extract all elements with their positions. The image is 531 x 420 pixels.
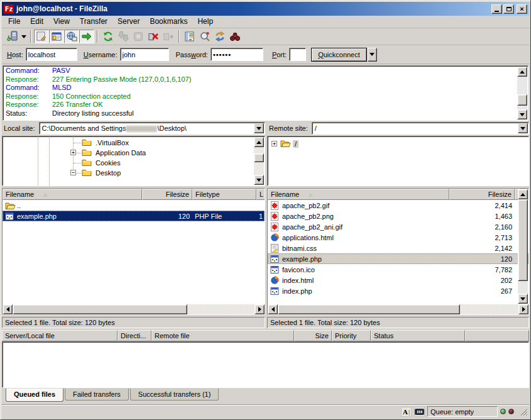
combo-dropdown-icon[interactable] <box>254 123 264 133</box>
tree-item[interactable]: / <box>280 139 298 149</box>
file-row[interactable]: bitnami.css2,142 <box>268 243 528 253</box>
tree-scrollbar-thumb[interactable] <box>254 153 264 162</box>
site-manager-icon[interactable] <box>4 30 19 43</box>
scroll-up-icon[interactable] <box>517 67 527 77</box>
tab-successful-transfers-[interactable]: Successful transfers (1) <box>130 389 219 401</box>
local-hscrollbar[interactable] <box>3 304 265 314</box>
queue-column-remotefile[interactable]: Remote file <box>151 330 294 341</box>
disconnect-icon[interactable] <box>146 30 161 43</box>
queue-column-priority[interactable]: Priority <box>332 330 371 341</box>
data-type-ascii-icon[interactable]: A| <box>401 407 412 417</box>
scroll-left-icon[interactable] <box>3 304 13 314</box>
tree-item[interactable]: .VirtualBox <box>82 138 131 148</box>
menu-item-view[interactable]: View <box>48 16 75 28</box>
tree-item[interactable]: Application Data <box>82 148 148 158</box>
minimize-button[interactable] <box>491 4 502 14</box>
queue-column-directi[interactable]: Directi... <box>118 330 151 341</box>
refresh-icon[interactable] <box>101 30 116 43</box>
file-name-text: apache_pb2.gif <box>282 202 329 209</box>
column-header-l[interactable]: L <box>256 189 265 200</box>
host-input[interactable] <box>26 48 77 61</box>
column-header-filesize[interactable]: Filesize <box>449 189 515 200</box>
menu-item-server[interactable]: Server <box>112 16 145 28</box>
synchronized-browsing-icon[interactable] <box>212 30 227 43</box>
quickconnect-button[interactable]: Quickconnect <box>311 48 367 62</box>
titlebar[interactable]: Fz john@localhost - FileZilla × <box>2 2 529 16</box>
filter-icon[interactable] <box>182 30 197 43</box>
file-row[interactable]: .. <box>3 200 265 211</box>
file-row[interactable]: index.php267 <box>268 285 528 296</box>
column-header-filesize[interactable]: Filesize <box>142 189 192 200</box>
close-button[interactable]: × <box>517 4 527 14</box>
log-scrollbar-thumb[interactable] <box>517 94 527 106</box>
toggle-queue-icon[interactable] <box>79 30 94 43</box>
vscrollbar-thumb[interactable] <box>518 199 528 281</box>
file-row[interactable]: index.html202 <box>268 275 528 285</box>
sort-ascending-icon <box>308 192 313 197</box>
tab-queued-files[interactable]: Queued files <box>6 389 63 402</box>
file-row[interactable]: applications.html2,713 <box>268 232 528 243</box>
scroll-right-icon[interactable] <box>255 304 265 314</box>
file-row[interactable]: apache_pb2_ani.gif2,160 <box>268 221 528 232</box>
local-site-combo[interactable]: C:\Documents and Settings\Desktop\ <box>39 122 265 135</box>
queue-column-serverlocalfile[interactable]: Server/Local file <box>2 330 118 341</box>
maximize-button[interactable] <box>503 4 514 14</box>
window-controls: × <box>491 4 527 14</box>
tab-failed-transfers[interactable]: Failed transfers <box>65 389 129 401</box>
menu-item-bookmarks[interactable]: Bookmarks <box>145 16 192 28</box>
menu-item-file[interactable]: File <box>3 16 25 28</box>
password-input[interactable] <box>211 48 263 61</box>
file-name-text: favicon.ico <box>282 266 315 274</box>
toggle-local-tree-icon[interactable] <box>49 30 64 43</box>
remote-vscrollbar[interactable] <box>518 189 528 304</box>
queue-column-status[interactable]: Status <box>371 330 465 341</box>
menu-item-edit[interactable]: Edit <box>25 16 48 28</box>
local-directory-tree: .VirtualBox+Application DataCookies−Desk… <box>2 136 265 186</box>
find-files-icon[interactable] <box>227 30 243 43</box>
file-row[interactable]: favicon.ico7,782 <box>268 264 528 275</box>
expand-icon[interactable]: + <box>271 141 277 146</box>
collapse-icon[interactable]: − <box>70 170 76 175</box>
quickconnect-dropdown-icon[interactable] <box>368 48 377 62</box>
file-name-text: bitnami.css <box>282 245 317 252</box>
toggle-remote-tree-icon[interactable] <box>64 30 79 43</box>
scroll-up-icon[interactable] <box>518 189 528 199</box>
menu-item-help[interactable]: Help <box>192 16 218 28</box>
speed-limits-icon[interactable] <box>414 407 425 417</box>
file-row[interactable]: apache_pb2.png1,463 <box>268 211 528 221</box>
scroll-right-icon[interactable] <box>518 304 528 314</box>
column-header-filetype[interactable]: Filetype <box>192 189 256 200</box>
combo-dropdown-icon[interactable] <box>518 123 528 133</box>
scroll-up-icon[interactable] <box>254 137 264 147</box>
remote-hscrollbar[interactable] <box>268 304 528 314</box>
column-header-filename[interactable]: Filename <box>268 189 449 200</box>
log-scrollbar[interactable] <box>517 67 527 119</box>
scroll-down-icon[interactable] <box>518 294 528 304</box>
file-row[interactable]: apache_pb2.gif2,414 <box>268 200 528 211</box>
toggle-message-log-icon[interactable] <box>34 30 49 43</box>
hscrollbar-thumb[interactable] <box>278 304 460 314</box>
scroll-down-icon[interactable] <box>254 175 264 185</box>
log-line: Command:MLSD <box>6 84 517 92</box>
local-path-suffix: \Desktop\ <box>157 124 186 132</box>
scroll-down-icon[interactable] <box>517 109 527 119</box>
tree-item[interactable]: Desktop <box>82 168 123 178</box>
username-input[interactable] <box>120 48 169 61</box>
hscrollbar-thumb[interactable] <box>13 304 187 314</box>
file-row[interactable]: example.php120PHP File1 <box>3 211 265 221</box>
file-row[interactable]: example.php120 <box>268 253 528 264</box>
tree-item[interactable]: Cookies <box>82 158 123 168</box>
expand-icon[interactable]: + <box>70 150 76 155</box>
tree-item-label: .VirtualBox <box>94 139 131 146</box>
resize-grip[interactable] <box>519 407 528 416</box>
remote-site-combo[interactable]: / <box>312 122 529 135</box>
site-manager-dropdown-icon[interactable] <box>19 30 28 43</box>
queue-column-size[interactable]: Size <box>294 330 332 341</box>
compare-directories-icon[interactable] <box>197 30 212 43</box>
log-line-label: Status: <box>6 109 52 118</box>
local-tree-scrollbar[interactable] <box>254 137 264 185</box>
port-input[interactable] <box>289 48 306 61</box>
menu-item-transfer[interactable]: Transfer <box>75 16 112 28</box>
column-header-filename[interactable]: Filename <box>3 189 142 200</box>
scroll-left-icon[interactable] <box>268 304 278 314</box>
